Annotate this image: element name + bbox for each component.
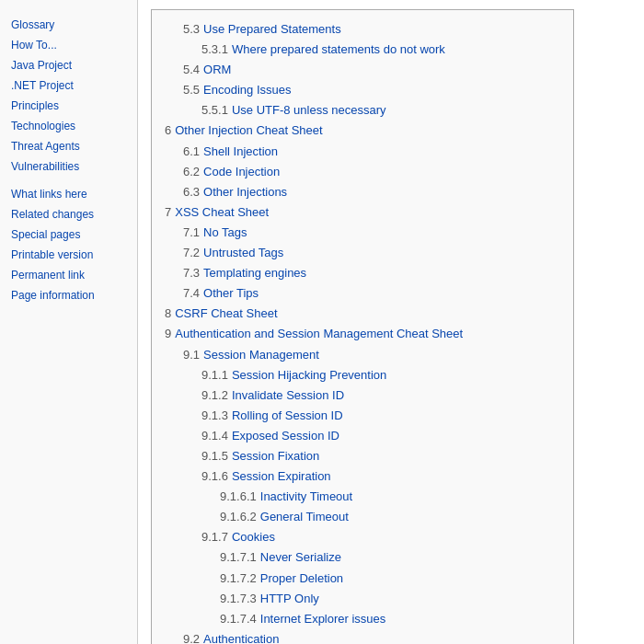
toc-number-24: 9.1.6.2 [220,510,257,523]
toc-item-5[interactable]: 6Other Injection Cheat Sheet [165,121,560,141]
tools-label [0,177,137,184]
toc-number-10: 7.1 [183,225,200,239]
toc-label-24: General Timeout [260,510,349,523]
toc-item-2[interactable]: 5.4ORM [165,60,560,80]
toc-number-29: 9.1.7.4 [220,612,257,626]
toc-item-17[interactable]: 9.1.1Session Hijacking Prevention [165,365,560,385]
toc-item-13[interactable]: 7.4Other Tips [165,283,560,304]
sidebar-tools-list: What links hereRelated changesSpecial pa… [0,184,137,305]
main-content: 5.3Use Prepared Statements5.3.1Where pre… [138,0,644,644]
toc-item-4[interactable]: 5.5.1Use UTF-8 unless necessary [165,100,560,121]
toc-label-19: Rolling of Session ID [232,408,343,422]
toc-number-21: 9.1.5 [201,449,228,463]
toc-label-22: Session Expiration [232,469,331,483]
toc-number-5: 6 [165,123,171,137]
sidebar-technologies[interactable]: Technologies [0,116,137,136]
toc-number-3: 5.5 [183,83,200,97]
toc-item-12[interactable]: 7.3Templating engines [165,263,560,283]
toc-label-5: Other Injection Cheat Sheet [175,123,322,137]
toc-label-2: ORM [203,63,231,76]
toc-number-11: 7.2 [183,246,200,259]
toc-item-24[interactable]: 9.1.6.2General Timeout [165,507,560,527]
toc-item-26[interactable]: 9.1.7.1Never Serialize [165,547,560,568]
toc-item-27[interactable]: 9.1.7.2Proper Deletion [165,569,560,589]
sidebar-principles[interactable]: Principles [0,96,137,116]
toc-item-21[interactable]: 9.1.5Session Fixation [165,446,560,466]
sidebar-net-project[interactable]: .NET Project [0,75,137,96]
sidebar-glossary[interactable]: Glossary [0,15,137,35]
toc-item-10[interactable]: 7.1No Tags [165,223,560,243]
toc-label-9: XSS Cheat Sheet [175,205,269,219]
toc-item-16[interactable]: 9.1Session Management [165,345,560,365]
sidebar-special-pages[interactable]: Special pages [0,224,137,245]
toc-item-9[interactable]: 7XSS Cheat Sheet [165,202,560,223]
toc-item-14[interactable]: 8CSRF Cheat Sheet [165,304,560,324]
sidebar-page-info[interactable]: Page information [0,285,137,305]
toc-label-0: Use Prepared Statements [203,22,341,36]
toc-item-11[interactable]: 7.2Untrusted Tags [165,243,560,263]
toc-label-25: Cookies [232,530,275,544]
sidebar-printable[interactable]: Printable version [0,245,137,265]
sidebar-threat-agents[interactable]: Threat Agents [0,136,137,156]
sidebar-how-to[interactable]: How To... [0,35,137,55]
toc-label-17: Session Hijacking Prevention [232,368,386,382]
sidebar-java-project[interactable]: Java Project [0,55,137,75]
sidebar-what-links[interactable]: What links here [0,184,137,204]
toc-number-8: 6.3 [183,185,200,199]
toc-label-13: Other Tips [203,286,259,300]
toc-number-25: 9.1.7 [201,530,228,544]
toc-number-16: 9.1 [183,348,200,362]
toc-label-12: Templating engines [203,266,306,280]
toc-number-19: 9.1.3 [201,408,228,422]
toc-item-29[interactable]: 9.1.7.4Internet Explorer issues [165,609,560,629]
toc-number-20: 9.1.4 [201,429,228,443]
toc-label-8: Other Injections [203,185,287,199]
toc-label-18: Invalidate Session ID [232,388,344,402]
toc-number-18: 9.1.2 [201,388,228,402]
toc-item-22[interactable]: 9.1.6Session Expiration [165,466,560,487]
toc-item-15[interactable]: 9Authentication and Session Management C… [165,324,560,344]
toc-number-7: 6.2 [183,165,200,178]
toc-number-22: 9.1.6 [201,469,228,483]
toc-number-28: 9.1.7.3 [220,592,257,605]
toc-label-21: Session Fixation [232,449,319,463]
toc-label-27: Proper Deletion [260,571,343,585]
toc-item-3[interactable]: 5.5Encoding Issues [165,80,560,100]
toc-label-20: Exposed Session ID [232,429,339,443]
toc-label-28: HTTP Only [260,592,319,605]
toc-item-18[interactable]: 9.1.2Invalidate Session ID [165,385,560,406]
toc-label-4: Use UTF-8 unless necessary [232,103,386,117]
toc-item-23[interactable]: 9.1.6.1Inactivity Timeout [165,487,560,507]
toc-number-14: 8 [165,306,171,320]
navigation-label [0,7,137,15]
toc-item-8[interactable]: 6.3Other Injections [165,182,560,202]
toc-item-1[interactable]: 5.3.1Where prepared statements do not wo… [165,40,560,60]
sidebar-vulnerabilities[interactable]: Vulnerabilities [0,156,137,177]
toc-item-6[interactable]: 6.1Shell Injection [165,142,560,162]
toc-label-23: Inactivity Timeout [260,489,352,503]
toc-label-1: Where prepared statements do not work [232,42,445,56]
toc-item-19[interactable]: 9.1.3Rolling of Session ID [165,406,560,426]
toc-number-2: 5.4 [183,63,200,76]
toc-number-4: 5.5.1 [201,103,228,117]
sidebar: GlossaryHow To...Java Project.NET Projec… [0,0,138,644]
toc-label-15: Authentication and Session Management Ch… [175,327,463,340]
toc-label-7: Code Injection [203,165,280,178]
toc-item-25[interactable]: 9.1.7Cookies [165,527,560,547]
toc-number-1: 5.3.1 [201,42,228,56]
toc-item-0[interactable]: 5.3Use Prepared Statements [165,19,560,40]
sidebar-permanent-link[interactable]: Permanent link [0,265,137,285]
toc-number-26: 9.1.7.1 [220,550,257,564]
toc-number-12: 7.3 [183,266,200,280]
toc-item-20[interactable]: 9.1.4Exposed Session ID [165,426,560,446]
toc-number-6: 6.1 [183,144,200,158]
toc-label-16: Session Management [203,348,319,362]
toc-number-27: 9.1.7.2 [220,571,257,585]
toc-label-3: Encoding Issues [203,83,291,97]
toc-label-14: CSRF Cheat Sheet [175,306,277,320]
sidebar-related-changes[interactable]: Related changes [0,204,137,224]
toc-item-30[interactable]: 9.2Authentication [165,629,560,644]
toc-number-15: 9 [165,327,171,340]
toc-item-28[interactable]: 9.1.7.3HTTP Only [165,589,560,609]
toc-item-7[interactable]: 6.2Code Injection [165,162,560,182]
